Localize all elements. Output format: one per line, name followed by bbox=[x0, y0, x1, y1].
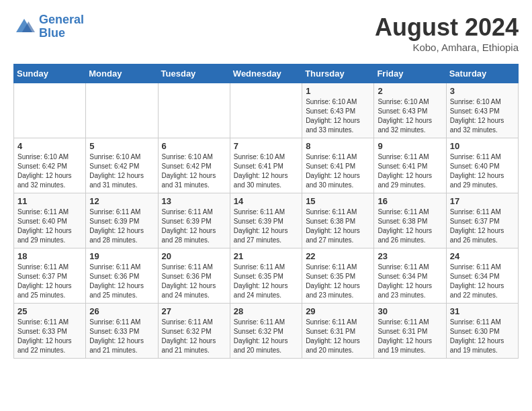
day-number: 13 bbox=[162, 196, 226, 206]
day-info: Sunrise: 6:10 AM Sunset: 6:43 PM Dayligh… bbox=[378, 97, 442, 135]
logo: General Blue bbox=[13, 13, 84, 40]
day-cell bbox=[158, 83, 230, 138]
day-cell: 11Sunrise: 6:11 AM Sunset: 6:40 PM Dayli… bbox=[14, 193, 86, 248]
week-row-3: 11Sunrise: 6:11 AM Sunset: 6:40 PM Dayli… bbox=[14, 193, 519, 248]
day-number: 20 bbox=[162, 251, 226, 261]
day-cell: 18Sunrise: 6:11 AM Sunset: 6:37 PM Dayli… bbox=[14, 248, 86, 304]
day-info: Sunrise: 6:11 AM Sunset: 6:33 PM Dayligh… bbox=[17, 318, 82, 355]
day-info: Sunrise: 6:11 AM Sunset: 6:32 PM Dayligh… bbox=[234, 318, 298, 355]
day-cell: 7Sunrise: 6:10 AM Sunset: 6:41 PM Daylig… bbox=[230, 138, 302, 193]
day-cell: 27Sunrise: 6:11 AM Sunset: 6:32 PM Dayli… bbox=[158, 304, 230, 359]
day-info: Sunrise: 6:10 AM Sunset: 6:43 PM Dayligh… bbox=[450, 97, 515, 135]
day-info: Sunrise: 6:11 AM Sunset: 6:39 PM Dayligh… bbox=[162, 208, 226, 245]
day-info: Sunrise: 6:11 AM Sunset: 6:38 PM Dayligh… bbox=[306, 208, 370, 245]
day-cell bbox=[86, 83, 158, 138]
day-info: Sunrise: 6:11 AM Sunset: 6:39 PM Dayligh… bbox=[234, 208, 298, 245]
day-cell: 12Sunrise: 6:11 AM Sunset: 6:39 PM Dayli… bbox=[86, 193, 158, 248]
day-info: Sunrise: 6:11 AM Sunset: 6:35 PM Dayligh… bbox=[306, 263, 370, 300]
logo-line1: General bbox=[39, 13, 84, 26]
day-cell: 25Sunrise: 6:11 AM Sunset: 6:33 PM Dayli… bbox=[14, 304, 86, 359]
day-number: 22 bbox=[306, 251, 370, 261]
day-cell: 10Sunrise: 6:11 AM Sunset: 6:40 PM Dayli… bbox=[446, 138, 518, 193]
day-number: 9 bbox=[378, 141, 442, 151]
day-number: 1 bbox=[306, 86, 370, 96]
day-info: Sunrise: 6:11 AM Sunset: 6:41 PM Dayligh… bbox=[306, 152, 370, 190]
header-row: SundayMondayTuesdayWednesdayThursdayFrid… bbox=[14, 64, 519, 83]
day-number: 6 bbox=[162, 141, 226, 151]
day-cell: 2Sunrise: 6:10 AM Sunset: 6:43 PM Daylig… bbox=[374, 83, 446, 138]
day-cell: 31Sunrise: 6:11 AM Sunset: 6:30 PM Dayli… bbox=[446, 304, 518, 359]
day-cell: 1Sunrise: 6:10 AM Sunset: 6:43 PM Daylig… bbox=[302, 83, 374, 138]
month-title: August 2024 bbox=[375, 13, 519, 42]
day-cell: 4Sunrise: 6:10 AM Sunset: 6:42 PM Daylig… bbox=[14, 138, 86, 193]
day-number: 5 bbox=[89, 141, 154, 151]
day-number: 17 bbox=[450, 196, 515, 206]
day-cell: 13Sunrise: 6:11 AM Sunset: 6:39 PM Dayli… bbox=[158, 193, 230, 248]
day-number: 2 bbox=[378, 86, 442, 96]
column-header-thursday: Thursday bbox=[302, 64, 374, 83]
week-row-2: 4Sunrise: 6:10 AM Sunset: 6:42 PM Daylig… bbox=[14, 138, 519, 193]
day-number: 16 bbox=[378, 196, 442, 206]
day-cell bbox=[230, 83, 302, 138]
day-cell: 17Sunrise: 6:11 AM Sunset: 6:37 PM Dayli… bbox=[446, 193, 518, 248]
day-cell: 6Sunrise: 6:10 AM Sunset: 6:42 PM Daylig… bbox=[158, 138, 230, 193]
day-number: 4 bbox=[17, 141, 82, 151]
day-cell: 19Sunrise: 6:11 AM Sunset: 6:36 PM Dayli… bbox=[86, 248, 158, 304]
day-number: 14 bbox=[234, 196, 298, 206]
day-number: 8 bbox=[306, 141, 370, 151]
day-info: Sunrise: 6:10 AM Sunset: 6:42 PM Dayligh… bbox=[89, 152, 154, 190]
calendar-table: SundayMondayTuesdayWednesdayThursdayFrid… bbox=[13, 64, 519, 359]
logo-icon bbox=[13, 16, 35, 38]
logo-text: General Blue bbox=[39, 13, 84, 40]
column-header-sunday: Sunday bbox=[14, 64, 86, 83]
day-info: Sunrise: 6:11 AM Sunset: 6:34 PM Dayligh… bbox=[450, 263, 515, 300]
day-number: 15 bbox=[306, 196, 370, 206]
day-number: 11 bbox=[17, 196, 82, 206]
column-header-wednesday: Wednesday bbox=[230, 64, 302, 83]
week-row-4: 18Sunrise: 6:11 AM Sunset: 6:37 PM Dayli… bbox=[14, 248, 519, 304]
day-cell bbox=[14, 83, 86, 138]
day-cell: 5Sunrise: 6:10 AM Sunset: 6:42 PM Daylig… bbox=[86, 138, 158, 193]
day-info: Sunrise: 6:10 AM Sunset: 6:42 PM Dayligh… bbox=[162, 152, 226, 190]
column-header-monday: Monday bbox=[86, 64, 158, 83]
day-cell: 22Sunrise: 6:11 AM Sunset: 6:35 PM Dayli… bbox=[302, 248, 374, 304]
title-block: August 2024 Kobo, Amhara, Ethiopia bbox=[375, 13, 519, 53]
day-info: Sunrise: 6:11 AM Sunset: 6:38 PM Dayligh… bbox=[378, 208, 442, 245]
day-info: Sunrise: 6:11 AM Sunset: 6:36 PM Dayligh… bbox=[89, 263, 154, 300]
day-info: Sunrise: 6:11 AM Sunset: 6:33 PM Dayligh… bbox=[89, 318, 154, 355]
day-number: 12 bbox=[89, 196, 154, 206]
day-info: Sunrise: 6:11 AM Sunset: 6:37 PM Dayligh… bbox=[450, 208, 515, 245]
day-info: Sunrise: 6:11 AM Sunset: 6:32 PM Dayligh… bbox=[162, 318, 226, 355]
day-info: Sunrise: 6:10 AM Sunset: 6:42 PM Dayligh… bbox=[17, 152, 82, 190]
day-number: 27 bbox=[162, 306, 226, 316]
day-number: 21 bbox=[234, 251, 298, 261]
day-cell: 8Sunrise: 6:11 AM Sunset: 6:41 PM Daylig… bbox=[302, 138, 374, 193]
logo-line2: Blue bbox=[39, 26, 65, 40]
day-cell: 30Sunrise: 6:11 AM Sunset: 6:31 PM Dayli… bbox=[374, 304, 446, 359]
day-cell: 14Sunrise: 6:11 AM Sunset: 6:39 PM Dayli… bbox=[230, 193, 302, 248]
day-info: Sunrise: 6:11 AM Sunset: 6:31 PM Dayligh… bbox=[306, 318, 370, 355]
day-number: 28 bbox=[234, 306, 298, 316]
day-number: 26 bbox=[89, 306, 154, 316]
column-header-saturday: Saturday bbox=[446, 64, 518, 83]
day-number: 19 bbox=[89, 251, 154, 261]
day-number: 18 bbox=[17, 251, 82, 261]
day-number: 7 bbox=[234, 141, 298, 151]
day-cell: 26Sunrise: 6:11 AM Sunset: 6:33 PM Dayli… bbox=[86, 304, 158, 359]
day-cell: 21Sunrise: 6:11 AM Sunset: 6:35 PM Dayli… bbox=[230, 248, 302, 304]
column-header-tuesday: Tuesday bbox=[158, 64, 230, 83]
day-number: 10 bbox=[450, 141, 515, 151]
day-info: Sunrise: 6:11 AM Sunset: 6:30 PM Dayligh… bbox=[450, 318, 515, 355]
day-number: 3 bbox=[450, 86, 515, 96]
location-subtitle: Kobo, Amhara, Ethiopia bbox=[375, 42, 519, 53]
day-info: Sunrise: 6:11 AM Sunset: 6:41 PM Dayligh… bbox=[378, 152, 442, 190]
day-info: Sunrise: 6:11 AM Sunset: 6:35 PM Dayligh… bbox=[234, 263, 298, 300]
day-cell: 16Sunrise: 6:11 AM Sunset: 6:38 PM Dayli… bbox=[374, 193, 446, 248]
day-info: Sunrise: 6:11 AM Sunset: 6:40 PM Dayligh… bbox=[450, 152, 515, 190]
day-number: 30 bbox=[378, 306, 442, 316]
day-info: Sunrise: 6:11 AM Sunset: 6:34 PM Dayligh… bbox=[378, 263, 442, 300]
week-row-1: 1Sunrise: 6:10 AM Sunset: 6:43 PM Daylig… bbox=[14, 83, 519, 138]
day-cell: 20Sunrise: 6:11 AM Sunset: 6:36 PM Dayli… bbox=[158, 248, 230, 304]
day-number: 29 bbox=[306, 306, 370, 316]
day-cell: 9Sunrise: 6:11 AM Sunset: 6:41 PM Daylig… bbox=[374, 138, 446, 193]
